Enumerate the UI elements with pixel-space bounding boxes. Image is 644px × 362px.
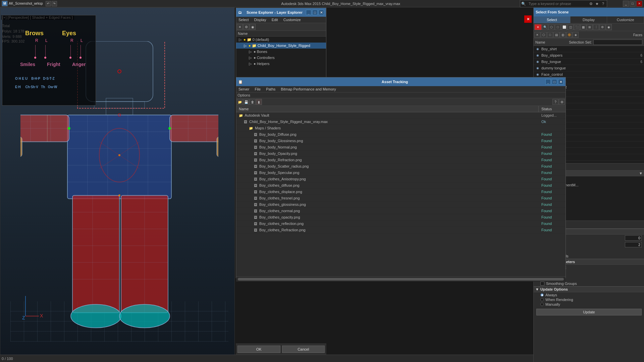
cancel-button[interactable]: Cancel — [282, 346, 325, 353]
always-row: Always — [540, 293, 642, 297]
file-row[interactable]: 🖼 Boy_body_Specular.png Found — [236, 170, 566, 176]
rp-tb15[interactable]: ▤ — [553, 32, 559, 38]
se-close-btn[interactable]: ✕ — [319, 10, 324, 15]
tree-item-child-boy[interactable]: ▷ ● 📁 Child_Boy_Home_Style_Rigged — [236, 43, 326, 49]
list-item[interactable]: ◉ dummy tongue — [534, 65, 644, 71]
file-row[interactable]: 🖼 Boy_body_Refraction.png Found — [236, 157, 566, 163]
tab-display[interactable]: Display — [571, 16, 607, 23]
at-restore-btn[interactable]: □ — [552, 79, 557, 84]
at-menu-server[interactable]: Server — [237, 87, 250, 92]
rp-tb16[interactable]: ▥ — [560, 32, 566, 38]
file-row[interactable]: 🖼 Boy_clothes_opacity.png Found — [236, 214, 566, 221]
viewport[interactable]: Z X [+] [Perspective] [ Shaded + Edged F… — [0, 7, 235, 362]
file-row[interactable]: 🖼 Boy_body_Normal.png Found — [236, 144, 566, 150]
rp-tb4[interactable]: ⬜ — [561, 24, 567, 30]
se-menu-display[interactable]: Display — [253, 17, 267, 22]
file-row[interactable]: 🖼 Boy_clothes_normal.png Found — [236, 208, 566, 214]
file-row[interactable]: 🖼 Boy_clothes_Refraction.png Found — [236, 227, 566, 233]
at-tb-btn3[interactable]: 🗑 — [250, 99, 256, 105]
rp-tb10[interactable]: ⚙ — [599, 24, 605, 30]
file-row[interactable]: 🖼 Boy_clothes_diffuse.png Found — [236, 182, 566, 189]
render-iters-input[interactable] — [625, 242, 642, 247]
rp-tb14[interactable]: □ — [547, 32, 553, 38]
file-row[interactable]: 🖼 Boy_body_Scatter_radius.png Found — [236, 163, 566, 170]
toolbar-btn-1[interactable]: ↶ — [46, 1, 51, 6]
tree-item-0-default[interactable]: ▷ ● 📁 0 (default) — [236, 37, 326, 43]
search-question-icon[interactable]: ? — [600, 2, 606, 6]
at-close-btn[interactable]: ✕ — [558, 79, 564, 84]
se-menu-edit[interactable]: Edit — [271, 17, 279, 22]
at-tb-btn1[interactable]: 📁 — [237, 99, 243, 105]
update-options-header[interactable]: ▼ Update Options — [534, 286, 644, 292]
rp-tb3[interactable]: □ — [555, 24, 561, 30]
at-tb-btn5[interactable]: ? — [552, 99, 558, 105]
at-tb-btn2[interactable]: 💾 — [243, 99, 249, 105]
search-star-icon[interactable]: ★ — [594, 2, 600, 6]
ok-button[interactable]: OK — [237, 346, 280, 353]
file-row[interactable]: 🖼 Boy_clothes_fresnel.png Found — [236, 195, 566, 201]
at-tb-btn6[interactable]: ⚙ — [559, 99, 565, 105]
se-tb-btn1[interactable]: ✕ — [237, 24, 243, 30]
se-restore-btn[interactable]: □ — [312, 10, 318, 15]
file-row[interactable]: 🖼 Child_Boy_Home_Style_Rigged_max_vray.m… — [236, 119, 566, 125]
update-button[interactable]: Update — [536, 309, 642, 315]
minimize-btn[interactable]: _ — [623, 1, 629, 7]
rp-tb17[interactable]: 🔆 — [566, 32, 572, 38]
at-menu-file[interactable]: File — [254, 87, 262, 92]
svg-rect-22 — [72, 195, 119, 313]
always-radio[interactable] — [540, 293, 544, 297]
rp-tb9[interactable]: ⋮ — [593, 24, 599, 30]
maximize-btn[interactable]: □ — [630, 1, 636, 7]
rp-tb12[interactable]: ✕ — [534, 32, 540, 38]
list-item[interactable]: ◉ Boy_shirt — [534, 46, 644, 52]
at-tb-btn4[interactable]: ▮ — [256, 99, 262, 105]
file-row[interactable]: 🖼 Boy_body_Glossiness.png Found — [236, 138, 566, 144]
smoothing-groups-cb[interactable] — [540, 282, 544, 286]
se-menu-customize[interactable]: Customize — [282, 17, 302, 22]
rp-tb18[interactable]: ◈ — [573, 32, 579, 38]
tab-customize[interactable]: Customize — [607, 16, 644, 23]
tree-item-bones[interactable]: ▷ ● Bones — [236, 49, 326, 55]
rp-tb8[interactable]: ⊞ — [587, 24, 593, 30]
list-item[interactable]: ◉ Boy_tongue 6 — [534, 59, 644, 65]
rp-close-btn[interactable]: ✕ — [534, 24, 542, 30]
search-input[interactable] — [527, 1, 587, 6]
search-tools-icon[interactable]: ⚙ — [588, 2, 594, 6]
file-row[interactable]: 📁 Autodesk Vault Logged... — [236, 112, 566, 119]
when-rendering-radio[interactable] — [540, 298, 544, 301]
file-row[interactable]: 🖼 Boy_body_Diffuse.png Found — [236, 131, 566, 138]
se-menu-select[interactable]: Select — [237, 17, 250, 22]
iterations-input[interactable] — [625, 235, 642, 241]
close-btn[interactable]: ✕ — [636, 1, 642, 7]
tab-select[interactable]: Select — [534, 16, 571, 23]
at-scrollbar[interactable] — [236, 277, 566, 282]
file-row[interactable]: 🖼 Boy_body_Opacity.png Found — [236, 150, 566, 157]
obj-name: Face_control — [541, 72, 563, 76]
rp-tb7[interactable]: ▦ — [580, 24, 586, 30]
file-row[interactable]: 🖼 Boy_clothes_Anisotropy.png Found — [236, 176, 566, 182]
rp-tb6[interactable]: ⬛ — [574, 24, 580, 30]
file-row[interactable]: 🖼 Boy_clothes_displace.png Found — [236, 189, 566, 195]
file-row[interactable]: 🖼 Boy_clothes_reflection.png Found — [236, 221, 566, 227]
at-minimize-btn[interactable]: _ — [545, 79, 551, 84]
se-tb-btn2[interactable]: ⚙ — [243, 24, 249, 30]
rp-tb5[interactable]: ◫ — [568, 24, 574, 30]
at-menu-paths[interactable]: Paths — [265, 87, 276, 92]
selection-set-input[interactable] — [593, 40, 642, 45]
tree-item-controllers[interactable]: ▷ ● Controllers — [236, 55, 326, 61]
rp-tb1[interactable]: 🔍 — [542, 24, 548, 30]
toolbar-btn-2[interactable]: ↷ — [52, 1, 57, 6]
se-minimize-btn[interactable]: _ — [306, 10, 311, 15]
list-item[interactable]: ◉ Boy_slippers 6 — [534, 52, 644, 59]
rp-close-x[interactable]: ✕ — [524, 15, 532, 23]
file-row[interactable]: 🖼 Boy_clothes_glossiness.png Found — [236, 201, 566, 208]
at-menu-bitmap[interactable]: Bitmap Performance and Memory — [280, 87, 337, 92]
tree-item-helpers[interactable]: ▷ ● Helpers — [236, 61, 326, 67]
rp-tb13[interactable]: ⬡ — [541, 32, 547, 38]
rp-tb11[interactable]: ◉ — [606, 24, 612, 30]
manually-radio[interactable] — [540, 303, 544, 306]
at-scrollbar-thumb[interactable] — [238, 278, 564, 281]
rp-tb2[interactable]: ⬡ — [548, 24, 554, 30]
file-row[interactable]: 📁 Maps / Shaders — [236, 125, 566, 131]
se-tb-btn3[interactable]: ◉ — [250, 24, 256, 30]
